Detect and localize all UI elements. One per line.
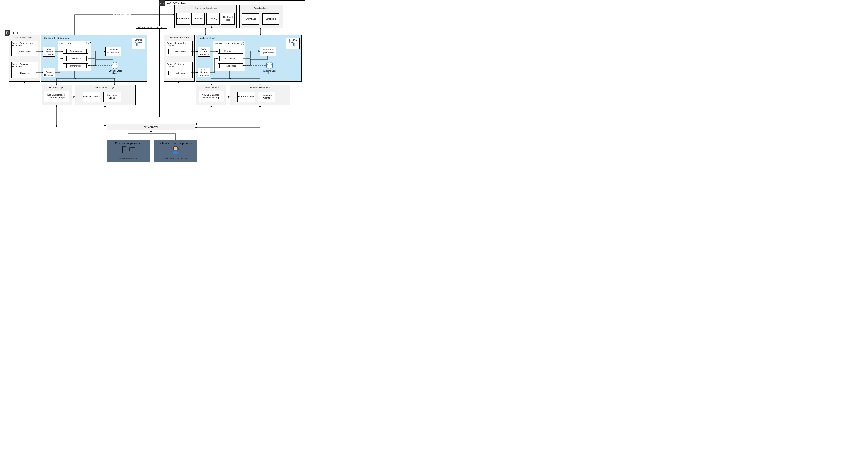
ship-consumer: Consumer Clients	[103, 92, 121, 102]
cloud-nosql: NoSQL Database - Reservation App	[198, 91, 224, 102]
ship-resv-db-title: Source Reservations Database	[12, 42, 37, 47]
api-gateway: API GATEWAY	[106, 124, 195, 130]
cloud-topic-reservations-label: Reservations	[218, 49, 243, 54]
ship-kafka-title: Kafka Cluster	[59, 42, 86, 44]
ship-producer: Producer Clients	[83, 92, 100, 102]
monitoring-item-grafana: Grafana	[191, 12, 205, 25]
ship-resv-table: Reservations	[14, 49, 36, 54]
ship-topic-transformed-label: Transformed	[63, 64, 88, 68]
headset-agent-icon	[171, 145, 180, 155]
cluster-linking-label: CLUSTER LINKING / REPLICATOR	[136, 26, 167, 29]
ship-badge	[5, 30, 10, 35]
ship-sor-title: Systems of Record	[9, 36, 40, 39]
monitoring-title: Centralized Monitoring	[175, 7, 237, 9]
cfk-panel	[41, 35, 147, 82]
cloud-topic-customers: Customers	[218, 56, 243, 61]
analytics-databricks: Databricks	[262, 13, 279, 25]
ship-nosql: NoSQL Database - Reservation App	[44, 91, 69, 102]
cloud-topic-transformed: Transformed	[218, 63, 243, 68]
ship-kstreams-apps: kStreams Applications	[105, 47, 121, 56]
cloud-state-store-label: kStreams State Store	[262, 70, 277, 74]
confluent-icon	[241, 41, 244, 45]
ship-cust-db-title: Source Customer Database	[12, 63, 37, 68]
cloud-cust-table-label: Customers	[168, 71, 191, 75]
cloud-cdc2: CDC Source Connector	[198, 68, 210, 77]
analytics-title: Analytics Layer	[239, 7, 283, 9]
cloud-kstreams-apps: kStreams Applications	[260, 47, 276, 56]
ship-cust-table: Customers	[14, 71, 36, 75]
ship-topic-reservations: Reservations	[63, 49, 88, 54]
cloud-badge	[159, 0, 165, 6]
ship-state-store-label: kStreams State Store	[108, 70, 122, 74]
confluent-cloud-title: Confluent Cloud	[198, 37, 239, 39]
svg-point-3	[87, 42, 89, 44]
cloud-resv-table-label: Reservations	[168, 50, 191, 54]
cloud-cdc1: CDC Source Connector	[198, 47, 210, 57]
ship-topic-customers: Customers	[63, 56, 88, 61]
service-apps-title: Customer Service Applications	[154, 142, 197, 145]
ship-micro-title: Microservices Layer	[75, 86, 136, 89]
ship-topic-reservations-label: Reservations	[63, 49, 88, 54]
cloud-producer: Producer Clients	[238, 92, 255, 102]
cloud-state-store-cyl-top	[267, 62, 273, 65]
metrics-export-label: METRICS EXPORT	[113, 13, 131, 16]
ship-frame-label: Ship 1...n	[12, 32, 21, 34]
cloud-resv-table: Reservations	[168, 49, 191, 54]
monitoring-item-datadog: Datadog	[206, 12, 220, 25]
svg-point-2	[86, 42, 89, 45]
svg-rect-10	[178, 148, 179, 150]
cloud-frame-label: AWS, GCP, or Azure	[166, 2, 187, 4]
ship-topic-transformed: Transformed	[63, 63, 88, 68]
cloud-cust-db-title: Source Customer Database	[167, 63, 192, 68]
customer-apps-title: Customer Applications	[106, 142, 150, 145]
monitoring-item-health: Confluent Health+	[221, 12, 235, 25]
ship-cdc2: CDC Source Connector	[43, 68, 55, 77]
grid-icon	[136, 42, 141, 47]
mobile-icon	[122, 146, 126, 153]
cloud-topic-transformed-label: Transformed	[218, 64, 243, 68]
confluent-cloud-panel	[196, 35, 302, 82]
cloud-sor-title: Systems of Record	[164, 36, 195, 39]
ship-retrieval-title: Retrieval Layer	[41, 86, 72, 89]
svg-point-1	[242, 42, 243, 44]
svg-point-11	[176, 151, 177, 152]
building-icon	[6, 31, 9, 34]
cloud-cust-table: Customers	[168, 71, 191, 75]
svg-point-8	[174, 147, 178, 150]
cloud-micro-title: Microservices Layer	[230, 86, 290, 89]
ship-cust-table-label: Customers	[14, 71, 36, 75]
service-apps-subtitle: Call Center / Travel Agent	[154, 157, 197, 160]
customer-apps-subtitle: Mobile / Web Apps	[106, 157, 150, 160]
ship-resv-table-label: Reservations	[14, 50, 36, 54]
cloud-topic-reservations: Reservations	[218, 49, 243, 54]
cloud-icon	[160, 2, 164, 4]
ship-cdc1: CDC Source Connector	[43, 47, 55, 57]
cloud-resv-db-title: Source Reservations Database	[167, 42, 192, 47]
confluent-icon	[86, 41, 90, 45]
svg-rect-5	[123, 147, 125, 151]
grid-icon	[291, 42, 295, 47]
ship-state-store-cyl-top	[112, 62, 118, 65]
monitoring-item-prometheus: Prometheus	[177, 12, 190, 25]
cloud-retrieval-title: Retrieval Layer	[196, 86, 226, 89]
cloud-kafka-title: Dedicated Cluster - Multi AZ	[214, 42, 240, 44]
svg-point-0	[241, 42, 244, 45]
svg-point-6	[124, 152, 124, 152]
cloud-topic-customers-label: Customers	[218, 56, 243, 61]
svg-rect-9	[173, 148, 174, 150]
ship-topic-customers-label: Customers	[63, 56, 88, 61]
cloud-consumer: Consumer Clients	[258, 92, 275, 102]
analytics-snowflake: Snowflake	[242, 13, 259, 25]
laptop-icon	[128, 147, 136, 153]
cfk-title: Confluent for Kubernetes	[44, 37, 84, 39]
svg-rect-7	[130, 147, 135, 151]
